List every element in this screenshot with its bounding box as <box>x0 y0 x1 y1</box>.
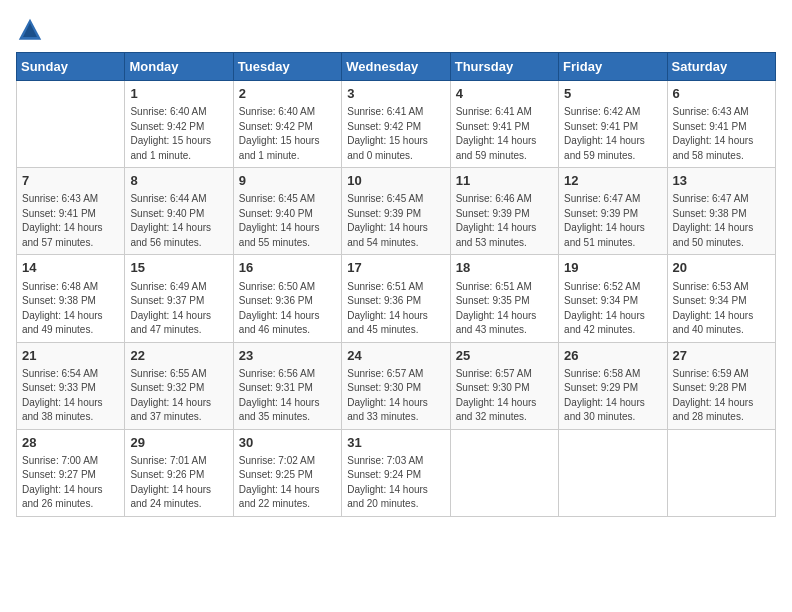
day-info: Sunrise: 6:52 AM Sunset: 9:34 PM Dayligh… <box>564 280 661 338</box>
calendar-cell: 19Sunrise: 6:52 AM Sunset: 9:34 PM Dayli… <box>559 255 667 342</box>
day-number: 30 <box>239 434 336 452</box>
calendar-week: 14Sunrise: 6:48 AM Sunset: 9:38 PM Dayli… <box>17 255 776 342</box>
day-info: Sunrise: 6:55 AM Sunset: 9:32 PM Dayligh… <box>130 367 227 425</box>
header-cell: Sunday <box>17 53 125 81</box>
calendar-week: 7Sunrise: 6:43 AM Sunset: 9:41 PM Daylig… <box>17 168 776 255</box>
day-number: 21 <box>22 347 119 365</box>
day-info: Sunrise: 6:41 AM Sunset: 9:41 PM Dayligh… <box>456 105 553 163</box>
day-number: 24 <box>347 347 444 365</box>
day-info: Sunrise: 6:51 AM Sunset: 9:36 PM Dayligh… <box>347 280 444 338</box>
day-info: Sunrise: 6:57 AM Sunset: 9:30 PM Dayligh… <box>456 367 553 425</box>
calendar-cell: 4Sunrise: 6:41 AM Sunset: 9:41 PM Daylig… <box>450 81 558 168</box>
calendar-header: SundayMondayTuesdayWednesdayThursdayFrid… <box>17 53 776 81</box>
day-info: Sunrise: 6:50 AM Sunset: 9:36 PM Dayligh… <box>239 280 336 338</box>
calendar-cell: 24Sunrise: 6:57 AM Sunset: 9:30 PM Dayli… <box>342 342 450 429</box>
header-cell: Tuesday <box>233 53 341 81</box>
day-number: 8 <box>130 172 227 190</box>
header-cell: Saturday <box>667 53 775 81</box>
calendar-cell: 20Sunrise: 6:53 AM Sunset: 9:34 PM Dayli… <box>667 255 775 342</box>
calendar-cell: 3Sunrise: 6:41 AM Sunset: 9:42 PM Daylig… <box>342 81 450 168</box>
day-number: 16 <box>239 259 336 277</box>
day-number: 9 <box>239 172 336 190</box>
calendar-cell: 11Sunrise: 6:46 AM Sunset: 9:39 PM Dayli… <box>450 168 558 255</box>
day-number: 10 <box>347 172 444 190</box>
calendar-cell: 27Sunrise: 6:59 AM Sunset: 9:28 PM Dayli… <box>667 342 775 429</box>
day-info: Sunrise: 7:01 AM Sunset: 9:26 PM Dayligh… <box>130 454 227 512</box>
calendar-body: 1Sunrise: 6:40 AM Sunset: 9:42 PM Daylig… <box>17 81 776 517</box>
calendar-cell: 22Sunrise: 6:55 AM Sunset: 9:32 PM Dayli… <box>125 342 233 429</box>
day-number: 2 <box>239 85 336 103</box>
calendar-cell: 30Sunrise: 7:02 AM Sunset: 9:25 PM Dayli… <box>233 429 341 516</box>
day-info: Sunrise: 6:57 AM Sunset: 9:30 PM Dayligh… <box>347 367 444 425</box>
day-number: 17 <box>347 259 444 277</box>
calendar-cell: 28Sunrise: 7:00 AM Sunset: 9:27 PM Dayli… <box>17 429 125 516</box>
calendar-week: 28Sunrise: 7:00 AM Sunset: 9:27 PM Dayli… <box>17 429 776 516</box>
calendar-cell: 18Sunrise: 6:51 AM Sunset: 9:35 PM Dayli… <box>450 255 558 342</box>
day-info: Sunrise: 6:58 AM Sunset: 9:29 PM Dayligh… <box>564 367 661 425</box>
day-info: Sunrise: 7:03 AM Sunset: 9:24 PM Dayligh… <box>347 454 444 512</box>
calendar-cell: 10Sunrise: 6:45 AM Sunset: 9:39 PM Dayli… <box>342 168 450 255</box>
day-info: Sunrise: 6:54 AM Sunset: 9:33 PM Dayligh… <box>22 367 119 425</box>
page-header <box>16 16 776 44</box>
calendar-cell: 5Sunrise: 6:42 AM Sunset: 9:41 PM Daylig… <box>559 81 667 168</box>
day-number: 26 <box>564 347 661 365</box>
day-info: Sunrise: 6:40 AM Sunset: 9:42 PM Dayligh… <box>130 105 227 163</box>
calendar-cell: 16Sunrise: 6:50 AM Sunset: 9:36 PM Dayli… <box>233 255 341 342</box>
calendar-cell: 29Sunrise: 7:01 AM Sunset: 9:26 PM Dayli… <box>125 429 233 516</box>
day-info: Sunrise: 7:00 AM Sunset: 9:27 PM Dayligh… <box>22 454 119 512</box>
day-info: Sunrise: 6:45 AM Sunset: 9:39 PM Dayligh… <box>347 192 444 250</box>
day-info: Sunrise: 6:49 AM Sunset: 9:37 PM Dayligh… <box>130 280 227 338</box>
calendar-cell <box>450 429 558 516</box>
calendar-cell: 17Sunrise: 6:51 AM Sunset: 9:36 PM Dayli… <box>342 255 450 342</box>
calendar-cell: 1Sunrise: 6:40 AM Sunset: 9:42 PM Daylig… <box>125 81 233 168</box>
day-number: 14 <box>22 259 119 277</box>
calendar-cell: 13Sunrise: 6:47 AM Sunset: 9:38 PM Dayli… <box>667 168 775 255</box>
day-info: Sunrise: 6:46 AM Sunset: 9:39 PM Dayligh… <box>456 192 553 250</box>
day-info: Sunrise: 6:45 AM Sunset: 9:40 PM Dayligh… <box>239 192 336 250</box>
calendar-cell: 21Sunrise: 6:54 AM Sunset: 9:33 PM Dayli… <box>17 342 125 429</box>
calendar-cell: 8Sunrise: 6:44 AM Sunset: 9:40 PM Daylig… <box>125 168 233 255</box>
header-cell: Thursday <box>450 53 558 81</box>
calendar-cell <box>559 429 667 516</box>
day-info: Sunrise: 6:59 AM Sunset: 9:28 PM Dayligh… <box>673 367 770 425</box>
day-info: Sunrise: 6:41 AM Sunset: 9:42 PM Dayligh… <box>347 105 444 163</box>
day-number: 27 <box>673 347 770 365</box>
header-cell: Monday <box>125 53 233 81</box>
day-number: 31 <box>347 434 444 452</box>
calendar-week: 21Sunrise: 6:54 AM Sunset: 9:33 PM Dayli… <box>17 342 776 429</box>
day-number: 20 <box>673 259 770 277</box>
calendar-cell: 14Sunrise: 6:48 AM Sunset: 9:38 PM Dayli… <box>17 255 125 342</box>
day-info: Sunrise: 6:40 AM Sunset: 9:42 PM Dayligh… <box>239 105 336 163</box>
day-info: Sunrise: 6:51 AM Sunset: 9:35 PM Dayligh… <box>456 280 553 338</box>
calendar-cell: 25Sunrise: 6:57 AM Sunset: 9:30 PM Dayli… <box>450 342 558 429</box>
calendar-cell: 15Sunrise: 6:49 AM Sunset: 9:37 PM Dayli… <box>125 255 233 342</box>
day-number: 28 <box>22 434 119 452</box>
day-number: 22 <box>130 347 227 365</box>
day-number: 23 <box>239 347 336 365</box>
calendar-cell: 6Sunrise: 6:43 AM Sunset: 9:41 PM Daylig… <box>667 81 775 168</box>
day-number: 25 <box>456 347 553 365</box>
day-number: 13 <box>673 172 770 190</box>
header-row: SundayMondayTuesdayWednesdayThursdayFrid… <box>17 53 776 81</box>
day-number: 7 <box>22 172 119 190</box>
day-number: 4 <box>456 85 553 103</box>
day-number: 12 <box>564 172 661 190</box>
day-number: 1 <box>130 85 227 103</box>
day-info: Sunrise: 6:53 AM Sunset: 9:34 PM Dayligh… <box>673 280 770 338</box>
day-info: Sunrise: 7:02 AM Sunset: 9:25 PM Dayligh… <box>239 454 336 512</box>
logo <box>16 16 48 44</box>
day-number: 3 <box>347 85 444 103</box>
calendar-week: 1Sunrise: 6:40 AM Sunset: 9:42 PM Daylig… <box>17 81 776 168</box>
calendar-cell: 31Sunrise: 7:03 AM Sunset: 9:24 PM Dayli… <box>342 429 450 516</box>
day-number: 6 <box>673 85 770 103</box>
calendar-cell: 26Sunrise: 6:58 AM Sunset: 9:29 PM Dayli… <box>559 342 667 429</box>
day-info: Sunrise: 6:44 AM Sunset: 9:40 PM Dayligh… <box>130 192 227 250</box>
day-info: Sunrise: 6:42 AM Sunset: 9:41 PM Dayligh… <box>564 105 661 163</box>
calendar-cell <box>17 81 125 168</box>
calendar-cell <box>667 429 775 516</box>
header-cell: Wednesday <box>342 53 450 81</box>
day-number: 19 <box>564 259 661 277</box>
calendar-table: SundayMondayTuesdayWednesdayThursdayFrid… <box>16 52 776 517</box>
day-info: Sunrise: 6:47 AM Sunset: 9:39 PM Dayligh… <box>564 192 661 250</box>
day-info: Sunrise: 6:43 AM Sunset: 9:41 PM Dayligh… <box>22 192 119 250</box>
